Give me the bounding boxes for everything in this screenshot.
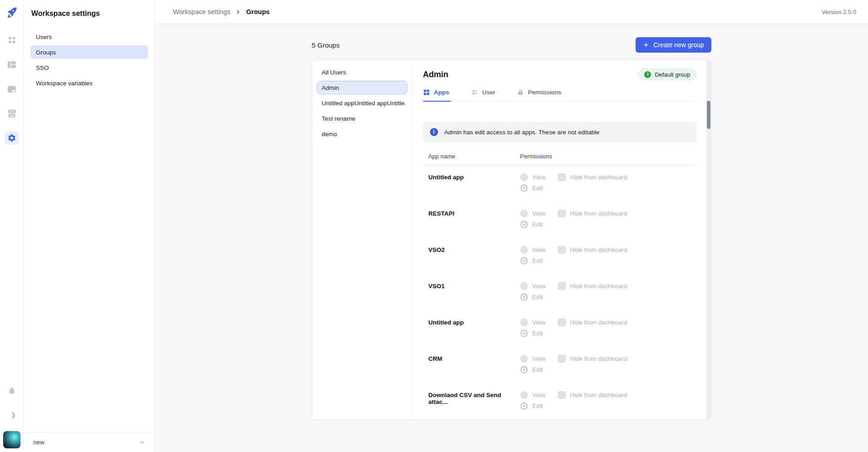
app-name: CRM [429,355,520,383]
sidebar-item-label: SSO [36,64,49,71]
hide-from-dashboard-checkbox[interactable] [558,319,566,326]
database-icon[interactable] [5,82,19,96]
group-list-item[interactable]: Admin [317,81,407,94]
user-avatar[interactable] [3,431,20,448]
groups-count: 5 Groups [312,41,340,49]
view-label: View [533,319,546,326]
view-label: View [533,210,546,217]
group-list-item[interactable]: demo [317,127,407,141]
app-name: VSO2 [429,246,520,275]
hide-from-dashboard-checkbox[interactable] [558,391,566,399]
edit-radio[interactable] [520,257,528,265]
create-new-group-button[interactable]: Create new group [636,37,711,53]
dark-mode-moon-icon[interactable] [5,408,19,422]
hide-from-dashboard-label: Hide from dashboard [570,355,627,362]
view-radio[interactable] [520,391,528,399]
group-detail-tabs: Apps User [423,88,696,102]
main-header: Workspace settings Groups Version 2.5.0 [155,0,868,24]
rail-nav [5,33,19,145]
tab-user[interactable]: User [471,88,497,102]
view-radio[interactable] [520,173,528,181]
hide-from-dashboard-checkbox[interactable] [558,210,566,217]
grid-icon [423,89,430,96]
plus-icon [643,42,649,48]
scrollbar-track[interactable] [706,60,711,420]
edit-label: Edit [533,366,543,373]
edit-label: Edit [533,257,543,264]
edit-radio[interactable] [520,329,528,337]
view-label: View [533,355,546,362]
group-detail-panel: Admin i Default group [412,60,711,420]
hide-from-dashboard-checkbox[interactable] [558,246,566,254]
apps-grid-icon[interactable] [5,33,19,47]
group-list-item[interactable]: All Users [317,65,407,79]
hide-from-dashboard-label: Hide from dashboard [570,319,627,326]
hide-from-dashboard-checkbox[interactable] [558,355,566,363]
app-name: VSO1 [429,282,520,311]
tab-permissions-label: Permissions [528,89,562,96]
tab-permissions[interactable]: Permissions [517,88,563,102]
view-radio[interactable] [520,246,528,254]
tab-apps-label: Apps [434,89,449,96]
breadcrumb-parent[interactable]: Workspace settings [173,8,230,15]
edit-label: Edit [533,403,543,409]
info-icon-blue: i [430,128,438,136]
app-builder-layout-icon[interactable] [5,58,19,71]
permissions-cell: View Hide from dashboard Edit [520,173,696,202]
apps-table-header: App name Permissions [423,153,696,166]
group-list-item[interactable]: Test rename [317,112,407,125]
version-label: Version 2.5.0 [822,9,856,15]
app-logo-rocket-icon[interactable] [5,6,18,19]
tab-apps[interactable]: Apps [423,88,451,102]
sidebar-item-sso[interactable]: SSO [30,61,148,74]
settings-sidebar: Workspace settings Users Groups SSO Work… [24,0,155,452]
group-list-item[interactable]: Untitled appUntitled appUntitle... [317,96,407,110]
edit-radio[interactable] [520,221,528,228]
app-permission-row: Untitled app View Hide from dashboard Ed… [423,311,696,347]
app-permission-row: VSO2 View Hide from dashboard Edit [423,238,696,275]
chevron-down-icon [139,439,145,446]
app-permission-row: RESTAPI View Hide from dashboard Edit [423,202,696,238]
edit-radio[interactable] [520,184,528,192]
info-icon-green: i [644,71,651,78]
settings-gear-icon[interactable] [5,131,19,145]
workspace-switcher[interactable]: new [24,432,154,452]
permissions-cell: View Hide from dashboard Edit [520,355,696,383]
sidebar-item-workspace-variables[interactable]: Workspace variables [30,76,148,90]
group-list: All Users Admin Untitled appUntitled app… [312,60,412,420]
edit-radio[interactable] [520,366,528,373]
groups-page-header: 5 Groups Create new group [312,37,711,53]
scrollbar-thumb[interactable] [707,101,710,129]
chevron-right-icon [235,9,241,15]
hide-from-dashboard-checkbox[interactable] [558,173,566,181]
app-name: Untitled app [429,319,520,347]
view-radio[interactable] [520,319,528,326]
notifications-bell-icon[interactable] [5,384,19,398]
hide-from-dashboard-label: Hide from dashboard [570,210,627,217]
view-radio[interactable] [520,282,528,290]
edit-radio[interactable] [520,402,528,410]
app-name: Downlaod CSV and Send attac... [429,391,520,420]
group-title: Admin [423,70,449,79]
edit-radio[interactable] [520,293,528,301]
sidebar-item-users[interactable]: Users [30,30,148,44]
sidebar-item-label: Groups [36,49,56,56]
apps-table-body: Untitled app View Hide from dashboard Ed… [423,166,696,420]
sidebar-item-groups[interactable]: Groups [30,45,148,59]
permissions-cell: View Hide from dashboard Edit [520,391,696,420]
sidebar-menu: Users Groups SSO Workspace variables [24,30,154,90]
sidebar-title: Workspace settings [24,0,154,18]
hide-from-dashboard-checkbox[interactable] [558,282,566,290]
group-list-item-label: Untitled appUntitled appUntitle... [322,100,407,107]
view-radio[interactable] [520,210,528,217]
marketplace-icon[interactable] [5,107,19,120]
admin-notice-text: Admin has edit access to all apps. These… [444,129,600,136]
view-radio[interactable] [520,355,528,363]
permissions-cell: View Hide from dashboard Edit [520,282,696,311]
hide-from-dashboard-label: Hide from dashboard [570,246,627,253]
permissions-cell: View Hide from dashboard Edit [520,246,696,275]
breadcrumb: Workspace settings Groups [173,8,270,15]
create-new-group-label: Create new group [653,41,704,49]
hide-from-dashboard-label: Hide from dashboard [570,283,627,290]
app-permission-row: VSO1 View Hide from dashboard Edit [423,275,696,311]
